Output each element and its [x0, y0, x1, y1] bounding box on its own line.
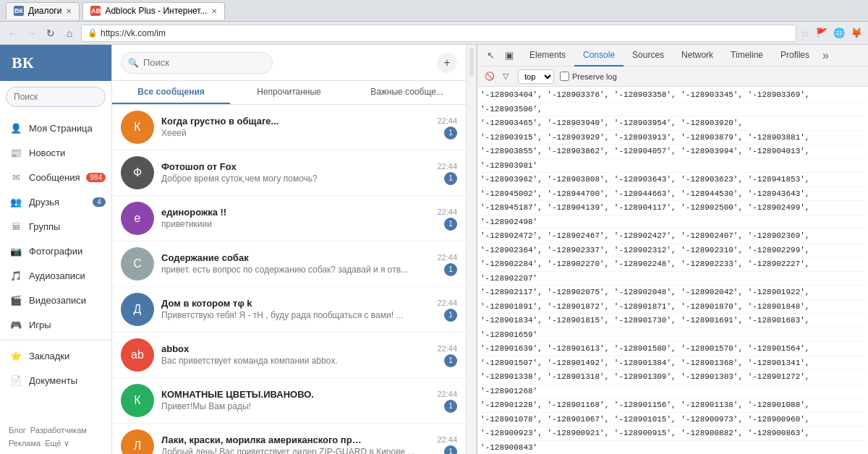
- dt-tab-network[interactable]: Network: [673, 45, 722, 67]
- dt-tab-elements[interactable]: Elements: [521, 45, 574, 67]
- footer-blog[interactable]: Блог: [9, 426, 26, 434]
- console-line: '-128903962', '-128903808', '-128903643'…: [480, 173, 865, 187]
- devtools-panel: ↖ ▣ Elements Console Sources Network Tim…: [477, 45, 868, 454]
- main-container: ВК 👤 Моя Страница 📰 Новости ✉ Сообщения …: [0, 45, 868, 454]
- tab-unread[interactable]: Непрочитанные: [230, 81, 348, 104]
- conv-time: 22:44: [437, 344, 457, 353]
- footer-dev[interactable]: Разработчикам: [30, 426, 87, 434]
- sidebar-item-my-page[interactable]: 👤 Моя Страница: [0, 116, 111, 140]
- preserve-log-checkbox-container: Preserve log: [560, 72, 617, 81]
- devtools-console-content[interactable]: '-128903404', '-128903376', '-128903358'…: [477, 87, 868, 454]
- url-text: https://vk.com/im: [101, 28, 166, 38]
- conversation-item[interactable]: К КОМНАТНЫЕ ЦВЕТЫ.ИВАНОВО. 22:44 Привет!…: [112, 378, 466, 424]
- conversation-item[interactable]: Д Дом в котором тφ k 22:44 Приветствую т…: [112, 287, 466, 333]
- flag-icon: 🚩: [816, 27, 827, 38]
- message-tabs: Все сообщения Непрочитанные Важные сообщ…: [112, 81, 466, 105]
- refresh-button[interactable]: ↻: [43, 26, 58, 40]
- devtools-box-icon[interactable]: ▣: [502, 48, 516, 63]
- bookmarks-label: Закладки: [29, 351, 69, 361]
- tab-close-adblock[interactable]: ✕: [211, 7, 217, 15]
- dt-tab-timeline[interactable]: Timeline: [722, 45, 772, 67]
- ban-icon[interactable]: 🚫: [483, 70, 496, 83]
- console-line: '-128902284', '-128902270', '-128902248'…: [480, 257, 865, 272]
- preserve-log-checkbox[interactable]: [560, 72, 569, 81]
- tab-adblock[interactable]: AB Adblock Plus - Интернет... ✕: [82, 2, 225, 20]
- sidebar-item-bookmarks[interactable]: ⭐ Закладки: [0, 343, 111, 368]
- forward-button[interactable]: →: [25, 26, 39, 40]
- conv-preview: Приветствую тебя! Я - тΗ , буду рада поо…: [161, 309, 457, 322]
- messages-icon: ✉: [9, 170, 23, 184]
- console-line: '-128901338', '-128901318', '-128901309'…: [480, 370, 865, 385]
- groups-label: Группы: [29, 221, 60, 232]
- conv-name: abbox: [161, 343, 189, 354]
- vk-ext-icon: 🦊: [851, 27, 862, 38]
- dt-tab-console[interactable]: Console: [574, 45, 624, 67]
- conv-preview: Добрый день! Вас приветствует дилер ZIP-…: [161, 445, 457, 455]
- scrollbar-area: [467, 45, 477, 454]
- sidebar-item-messages[interactable]: ✉ Сообщения 984: [0, 165, 111, 189]
- conv-name: единорожка !!: [161, 207, 226, 218]
- conversation-item[interactable]: К Когда грустно в общаге... 22:44 Хееей …: [112, 105, 466, 150]
- dt-tab-sources[interactable]: Sources: [624, 45, 673, 67]
- tab-label-dialogs: Диалоги: [28, 6, 61, 16]
- footer-more[interactable]: Ещё ∨: [45, 439, 69, 448]
- bookmarks-icon: ⭐: [9, 348, 23, 363]
- dt-tab-profiles[interactable]: Profiles: [772, 45, 818, 67]
- sidebar-item-audio[interactable]: 🎵 Аудиозаписи: [0, 263, 111, 288]
- conversation-item[interactable]: ab abbox 22:44 Вас приветствует команда …: [112, 333, 466, 378]
- avatar: С: [121, 247, 154, 280]
- console-line: '-128903465', '-128903940', '-128903954'…: [480, 116, 865, 131]
- vk-logo[interactable]: ВК: [0, 45, 111, 81]
- messages-search-input[interactable]: [121, 52, 273, 74]
- devtools-cursor-icon[interactable]: ↖: [483, 48, 498, 63]
- lock-icon: 🔒: [88, 28, 98, 38]
- sidebar-item-documents[interactable]: 📄 Документы: [0, 368, 111, 393]
- conversation-item[interactable]: Ф Фотошоп от Fox 22:44 Доброе время суто…: [112, 150, 466, 196]
- console-line: '-128901834', '-128901815', '-128901730'…: [480, 314, 865, 328]
- console-line: '-128901639', '-128901613', '-128901580'…: [480, 342, 865, 356]
- tab-close-dialogs[interactable]: ✕: [66, 7, 72, 15]
- footer-ads[interactable]: Реклама: [9, 439, 41, 448]
- back-button[interactable]: ←: [6, 26, 20, 40]
- conv-name: Лаки, краски, морилка американского прои…: [161, 434, 364, 445]
- sidebar-search-input[interactable]: [6, 87, 106, 107]
- tab-important[interactable]: Важные сообще...: [348, 81, 466, 104]
- tab-all-messages[interactable]: Все сообщения: [112, 81, 230, 104]
- sidebar-item-games[interactable]: 🎮 Игры: [0, 312, 111, 337]
- dt-more-button[interactable]: »: [818, 49, 833, 62]
- home-button[interactable]: ⌂: [62, 26, 77, 40]
- conv-name: Фотошоп от Fox: [161, 161, 237, 172]
- console-line: '-128903855', '-128903862', '-128904057'…: [480, 145, 865, 159]
- avatar: Д: [121, 293, 154, 326]
- sidebar-item-friends[interactable]: 👥 Друзья 4: [0, 189, 111, 214]
- conv-content: Фотошоп от Fox 22:44 Доброе время суток,…: [161, 161, 457, 185]
- conv-time: 22:44: [437, 390, 457, 398]
- sidebar-item-video[interactable]: 🎬 Видеозаписи: [0, 288, 111, 312]
- filter-icon[interactable]: ▽: [499, 70, 512, 83]
- address-bar[interactable]: 🔒 https://vk.com/im: [81, 25, 796, 42]
- sidebar-item-photos[interactable]: 📷 Фотографии: [0, 239, 111, 263]
- console-line: '-128901659': [480, 328, 865, 343]
- console-line: '-128902472', '-128902467', '-128902427'…: [480, 229, 865, 244]
- tab-icon-adblock: AB: [90, 6, 101, 16]
- conversation-item[interactable]: С Содержание собак 22:44 привет. есть во…: [112, 241, 466, 287]
- conversation-item[interactable]: е единорожка !! 22:44 приветикиии 1: [112, 196, 466, 241]
- devtools-toolbar: ↖ ▣ Elements Console Sources Network Tim…: [477, 45, 868, 67]
- conv-top: abbox 22:44: [161, 343, 457, 354]
- conversation-item[interactable]: Л Лаки, краски, морилка американского пр…: [112, 424, 466, 454]
- console-line: '-128945187', '-128904139', '-128904117'…: [480, 201, 865, 215]
- conv-content: Лаки, краски, морилка американского прои…: [161, 434, 457, 455]
- sidebar-item-groups[interactable]: 🏛 Группы: [0, 214, 111, 239]
- conv-preview-text: Вас приветствует команда компании abbox.: [161, 356, 441, 366]
- conv-name: Когда грустно в общаге...: [161, 116, 278, 127]
- conversation-list: К Когда грустно в общаге... 22:44 Хееей …: [112, 105, 466, 454]
- console-line: '-128900923', '-128900921', '-128900915'…: [480, 427, 865, 441]
- tab-dialogs[interactable]: ВК Диалоги ✕: [6, 2, 80, 20]
- add-message-button[interactable]: +: [437, 53, 457, 73]
- preserve-log-label: Preserve log: [572, 72, 617, 81]
- conv-top: Когда грустно в общаге... 22:44: [161, 116, 457, 127]
- sidebar-item-news[interactable]: 📰 Новости: [0, 140, 111, 165]
- bookmark-star-icon[interactable]: ☆: [801, 27, 810, 39]
- scrollbar-thumb[interactable]: [469, 48, 474, 77]
- context-select[interactable]: top: [518, 69, 554, 84]
